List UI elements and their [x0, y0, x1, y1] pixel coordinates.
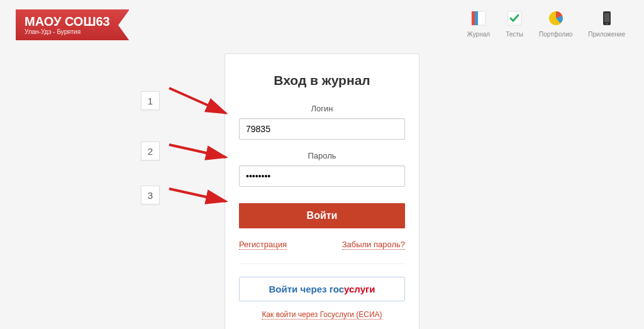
- top-nav: Журнал Тесты Портфолио: [467, 9, 625, 38]
- nav-portfolio[interactable]: Портфолио: [539, 9, 572, 38]
- nav-app[interactable]: Приложение: [588, 9, 625, 38]
- nav-portfolio-label: Портфолио: [539, 31, 572, 38]
- login-input[interactable]: [239, 118, 405, 140]
- svg-rect-6: [604, 13, 609, 22]
- school-title: МАОУ СОШ63: [25, 14, 110, 28]
- login-label: Логин: [239, 104, 405, 113]
- register-link[interactable]: Регистрация: [239, 240, 287, 250]
- journal-icon: [470, 9, 487, 27]
- arrow-icon: [166, 182, 229, 208]
- esia-help-link[interactable]: Как войти через Госуслуги (ЕСИА): [262, 310, 382, 320]
- password-input[interactable]: [239, 165, 405, 187]
- arrow-icon: [166, 82, 229, 120]
- gos-text-blue: гос: [330, 284, 344, 294]
- nav-tests-label: Тесты: [506, 31, 523, 38]
- gosuslugi-button[interactable]: Войти через госуслуги: [239, 277, 405, 301]
- annotation-2-number: 2: [141, 142, 160, 160]
- annotation-3-number: 3: [141, 186, 160, 204]
- gos-text-red: услуги: [344, 284, 375, 294]
- annotation-2: 2: [141, 138, 229, 164]
- login-card: Вход в журнал Логин Пароль Войти Регистр…: [225, 53, 419, 329]
- forgot-password-link[interactable]: Забыли пароль?: [342, 240, 405, 250]
- tests-icon: [506, 9, 523, 27]
- svg-rect-2: [475, 11, 478, 25]
- password-label: Пароль: [239, 151, 405, 160]
- arrow-icon: [166, 138, 229, 164]
- nav-tests[interactable]: Тесты: [506, 9, 523, 38]
- gos-prefix: Войти через: [269, 284, 330, 294]
- svg-point-7: [606, 23, 608, 25]
- school-flag: МАОУ СОШ63 Улан-Удэ - Бурятия: [16, 9, 129, 40]
- app-icon: [598, 9, 616, 27]
- nav-journal[interactable]: Журнал: [467, 9, 491, 38]
- annotation-1-number: 1: [141, 91, 160, 110]
- annotation-1: 1: [141, 82, 229, 120]
- nav-app-label: Приложение: [588, 31, 625, 38]
- nav-journal-label: Журнал: [467, 31, 491, 38]
- school-subtitle: Улан-Удэ - Бурятия: [25, 28, 110, 35]
- portfolio-icon: [547, 9, 565, 27]
- login-submit-button[interactable]: Войти: [239, 203, 405, 228]
- svg-rect-1: [472, 11, 475, 25]
- login-title: Вход в журнал: [239, 73, 405, 88]
- annotation-3: 3: [141, 182, 229, 208]
